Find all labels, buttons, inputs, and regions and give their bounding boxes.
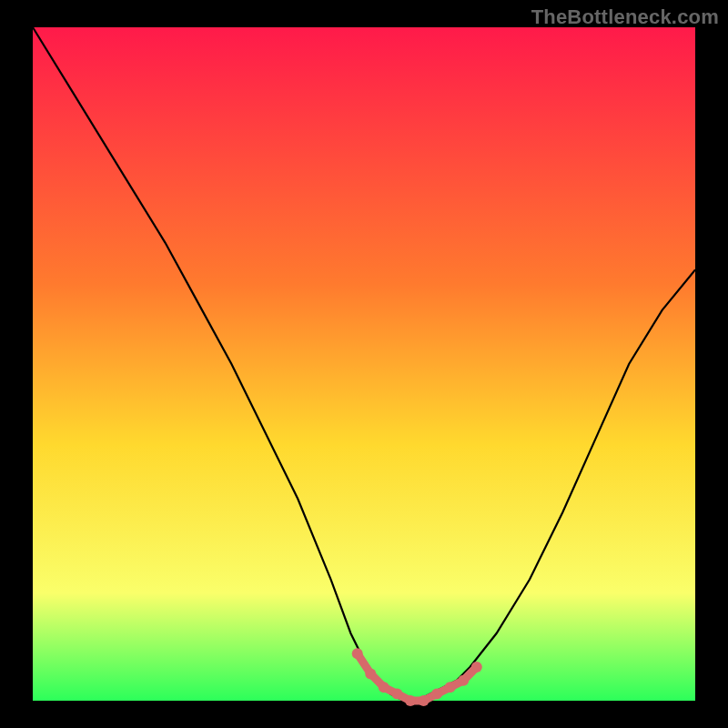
marker-dot: [445, 682, 456, 693]
marker-dot: [419, 695, 430, 706]
marker-dot: [471, 662, 482, 672]
marker-dot: [352, 648, 363, 659]
marker-dot: [391, 689, 402, 700]
marker-dot: [365, 668, 376, 679]
marker-dot: [405, 695, 416, 706]
chart-stage: TheBottleneck.com: [0, 0, 728, 728]
bottleneck-chart: [0, 0, 728, 728]
marker-dot: [379, 682, 389, 693]
gradient-background: [33, 27, 695, 701]
watermark-text: TheBottleneck.com: [531, 5, 719, 29]
marker-dot: [458, 675, 469, 686]
marker-dot: [431, 689, 442, 700]
